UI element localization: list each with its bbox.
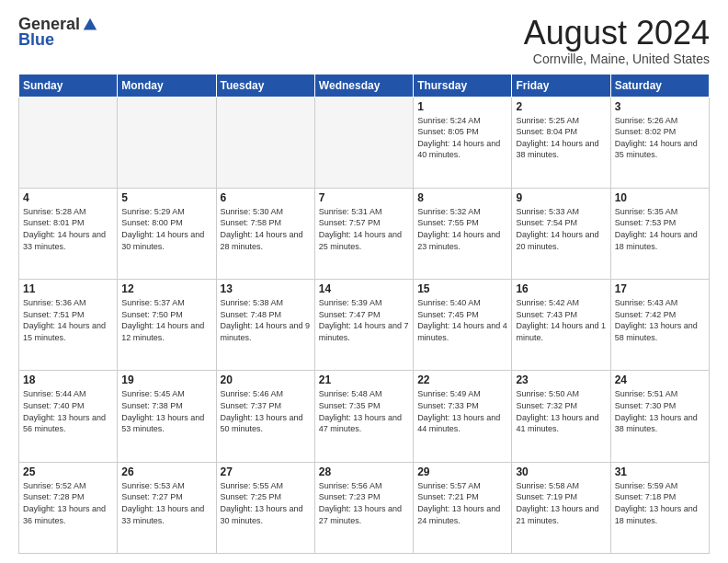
day-cell: 11Sunrise: 5:36 AMSunset: 7:51 PMDayligh… [19, 280, 118, 371]
day-number: 21 [319, 373, 409, 386]
day-info: Sunrise: 5:33 AMSunset: 7:54 PMDaylight:… [516, 206, 606, 252]
logo-blue: Blue [18, 30, 54, 50]
day-number: 19 [121, 373, 211, 386]
title-block: August 2024 Cornville, Maine, United Sta… [524, 15, 710, 66]
day-info: Sunrise: 5:28 AMSunset: 8:01 PMDaylight:… [23, 206, 113, 252]
day-info: Sunrise: 5:35 AMSunset: 7:53 PMDaylight:… [615, 206, 705, 252]
day-cell: 19Sunrise: 5:45 AMSunset: 7:38 PMDayligh… [118, 371, 216, 462]
day-info: Sunrise: 5:39 AMSunset: 7:47 PMDaylight:… [319, 297, 409, 343]
day-number: 23 [516, 373, 606, 386]
day-cell: 12Sunrise: 5:37 AMSunset: 7:50 PMDayligh… [118, 280, 216, 371]
week-row-4: 18Sunrise: 5:44 AMSunset: 7:40 PMDayligh… [19, 371, 710, 462]
day-cell: 5Sunrise: 5:29 AMSunset: 8:00 PMDaylight… [118, 188, 216, 279]
logo-triangle-icon [82, 17, 98, 33]
day-cell: 14Sunrise: 5:39 AMSunset: 7:47 PMDayligh… [314, 280, 413, 371]
day-number: 31 [615, 465, 705, 478]
day-number: 3 [615, 100, 705, 113]
day-info: Sunrise: 5:32 AMSunset: 7:55 PMDaylight:… [417, 206, 507, 252]
day-info: Sunrise: 5:29 AMSunset: 8:00 PMDaylight:… [121, 206, 211, 252]
day-cell [216, 97, 314, 188]
day-cell: 27Sunrise: 5:55 AMSunset: 7:25 PMDayligh… [216, 462, 314, 553]
day-info: Sunrise: 5:36 AMSunset: 7:51 PMDaylight:… [23, 297, 113, 343]
calendar: SundayMondayTuesdayWednesdayThursdayFrid… [18, 74, 710, 554]
day-info: Sunrise: 5:26 AMSunset: 8:02 PMDaylight:… [615, 115, 705, 161]
svg-marker-0 [84, 17, 97, 29]
day-number: 27 [221, 465, 311, 478]
day-info: Sunrise: 5:40 AMSunset: 7:45 PMDaylight:… [417, 297, 507, 343]
day-info: Sunrise: 5:57 AMSunset: 7:21 PMDaylight:… [417, 480, 507, 526]
day-number: 16 [516, 282, 606, 295]
day-number: 13 [221, 282, 311, 295]
day-info: Sunrise: 5:59 AMSunset: 7:18 PMDaylight:… [615, 480, 705, 526]
day-info: Sunrise: 5:25 AMSunset: 8:04 PMDaylight:… [516, 115, 606, 161]
day-info: Sunrise: 5:44 AMSunset: 7:40 PMDaylight:… [23, 388, 113, 434]
location: Cornville, Maine, United States [524, 52, 710, 66]
weekday-tuesday: Tuesday [216, 74, 314, 97]
day-number: 9 [516, 191, 606, 204]
day-cell [19, 97, 118, 188]
day-info: Sunrise: 5:52 AMSunset: 7:28 PMDaylight:… [23, 480, 113, 526]
logo: General Blue [18, 15, 98, 50]
day-info: Sunrise: 5:49 AMSunset: 7:33 PMDaylight:… [417, 388, 507, 434]
day-cell: 28Sunrise: 5:56 AMSunset: 7:23 PMDayligh… [314, 462, 413, 553]
day-number: 7 [319, 191, 409, 204]
day-number: 18 [23, 373, 113, 386]
day-cell: 13Sunrise: 5:38 AMSunset: 7:48 PMDayligh… [216, 280, 314, 371]
day-info: Sunrise: 5:53 AMSunset: 7:27 PMDaylight:… [121, 480, 211, 526]
day-info: Sunrise: 5:56 AMSunset: 7:23 PMDaylight:… [319, 480, 409, 526]
day-info: Sunrise: 5:50 AMSunset: 7:32 PMDaylight:… [516, 388, 606, 434]
day-number: 17 [615, 282, 705, 295]
day-cell: 7Sunrise: 5:31 AMSunset: 7:57 PMDaylight… [314, 188, 413, 279]
week-row-1: 1Sunrise: 5:24 AMSunset: 8:05 PMDaylight… [19, 97, 710, 188]
day-info: Sunrise: 5:45 AMSunset: 7:38 PMDaylight:… [121, 388, 211, 434]
day-number: 30 [516, 465, 606, 478]
weekday-header-row: SundayMondayTuesdayWednesdayThursdayFrid… [19, 74, 710, 97]
day-number: 5 [121, 191, 211, 204]
day-cell: 15Sunrise: 5:40 AMSunset: 7:45 PMDayligh… [414, 280, 512, 371]
day-info: Sunrise: 5:48 AMSunset: 7:35 PMDaylight:… [319, 388, 409, 434]
day-number: 22 [417, 373, 507, 386]
weekday-saturday: Saturday [610, 74, 709, 97]
day-cell: 4Sunrise: 5:28 AMSunset: 8:01 PMDaylight… [19, 188, 118, 279]
day-number: 6 [221, 191, 311, 204]
day-cell: 24Sunrise: 5:51 AMSunset: 7:30 PMDayligh… [610, 371, 709, 462]
day-cell: 1Sunrise: 5:24 AMSunset: 8:05 PMDaylight… [414, 97, 512, 188]
day-number: 15 [417, 282, 507, 295]
day-number: 8 [417, 191, 507, 204]
week-row-5: 25Sunrise: 5:52 AMSunset: 7:28 PMDayligh… [19, 462, 710, 553]
day-cell: 2Sunrise: 5:25 AMSunset: 8:04 PMDaylight… [512, 97, 610, 188]
day-number: 12 [121, 282, 211, 295]
day-number: 4 [23, 191, 113, 204]
day-cell: 3Sunrise: 5:26 AMSunset: 8:02 PMDaylight… [610, 97, 709, 188]
day-number: 26 [121, 465, 211, 478]
day-number: 10 [615, 191, 705, 204]
day-number: 14 [319, 282, 409, 295]
day-cell: 8Sunrise: 5:32 AMSunset: 7:55 PMDaylight… [414, 188, 512, 279]
day-number: 2 [516, 100, 606, 113]
day-cell: 10Sunrise: 5:35 AMSunset: 7:53 PMDayligh… [610, 188, 709, 279]
day-info: Sunrise: 5:37 AMSunset: 7:50 PMDaylight:… [121, 297, 211, 343]
weekday-thursday: Thursday [414, 74, 512, 97]
day-cell [314, 97, 413, 188]
day-number: 28 [319, 465, 409, 478]
day-number: 24 [615, 373, 705, 386]
day-cell [118, 97, 216, 188]
day-info: Sunrise: 5:24 AMSunset: 8:05 PMDaylight:… [417, 115, 507, 161]
weekday-monday: Monday [118, 74, 216, 97]
day-info: Sunrise: 5:30 AMSunset: 7:58 PMDaylight:… [221, 206, 311, 252]
weekday-sunday: Sunday [19, 74, 118, 97]
day-cell: 23Sunrise: 5:50 AMSunset: 7:32 PMDayligh… [512, 371, 610, 462]
day-info: Sunrise: 5:38 AMSunset: 7:48 PMDaylight:… [221, 297, 311, 343]
day-number: 29 [417, 465, 507, 478]
day-cell: 17Sunrise: 5:43 AMSunset: 7:42 PMDayligh… [610, 280, 709, 371]
day-cell: 16Sunrise: 5:42 AMSunset: 7:43 PMDayligh… [512, 280, 610, 371]
day-info: Sunrise: 5:51 AMSunset: 7:30 PMDaylight:… [615, 388, 705, 434]
header: General Blue August 2024 Cornville, Main… [18, 15, 710, 66]
day-cell: 29Sunrise: 5:57 AMSunset: 7:21 PMDayligh… [414, 462, 512, 553]
day-info: Sunrise: 5:43 AMSunset: 7:42 PMDaylight:… [615, 297, 705, 343]
weekday-friday: Friday [512, 74, 610, 97]
day-info: Sunrise: 5:42 AMSunset: 7:43 PMDaylight:… [516, 297, 606, 343]
day-info: Sunrise: 5:46 AMSunset: 7:37 PMDaylight:… [221, 388, 311, 434]
day-number: 11 [23, 282, 113, 295]
page: General Blue August 2024 Cornville, Main… [0, 0, 728, 563]
